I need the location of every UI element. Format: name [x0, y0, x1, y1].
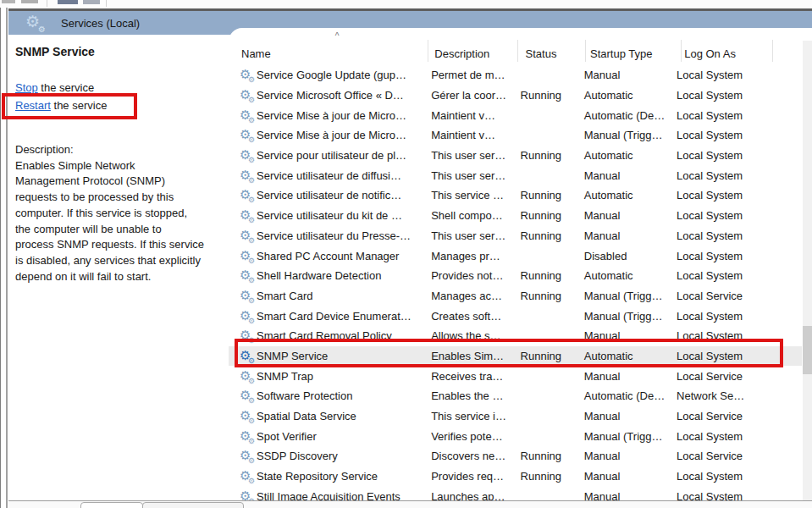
highlight-snmp-row-box [235, 339, 783, 367]
service-log-on-as: Local System [670, 246, 802, 266]
table-row[interactable]: Spatial Data Service This service i… Man… [229, 406, 802, 427]
service-name: Shell Hardware Detection [257, 269, 381, 282]
service-startup-type: Manual [577, 446, 670, 467]
toolbar-button-4[interactable] [83, 0, 100, 4]
service-log-on-as: Local System [670, 105, 802, 125]
table-row[interactable]: State Repository Service Provides req… R… [229, 467, 802, 487]
service-name: Still Image Acquisition Events [257, 490, 400, 500]
service-description: This user ser… [423, 146, 510, 166]
header-separator [681, 40, 682, 62]
service-startup-type: Automatic [577, 266, 670, 286]
service-name: Smart Card [257, 290, 312, 302]
service-gear-icon [240, 469, 254, 483]
service-startup-type: Disabled [577, 246, 670, 266]
table-row[interactable]: Service utilisateur de diffusi… This use… [229, 165, 802, 185]
service-startup-type: Automatic (De… [577, 386, 670, 406]
column-header-name[interactable]: Name [229, 41, 426, 65]
table-row[interactable]: Service pour utilisateur de pl… This use… [229, 146, 802, 166]
column-header-status[interactable]: Status [516, 41, 583, 65]
toolbar-button-1[interactable] [2, 0, 15, 3]
service-description: This user ser… [423, 165, 510, 185]
service-name: Service Mise à jour de Micro… [257, 109, 406, 122]
stop-service-link[interactable]: Stop [15, 81, 38, 94]
header-separator [585, 40, 586, 62]
service-name: SNMP Trap [257, 370, 313, 383]
service-startup-type: Manual [577, 226, 670, 246]
table-row[interactable]: Service utilisateur du Presse-… This use… [229, 226, 802, 246]
toolbar-strip [0, 0, 812, 8]
column-header-log-on-as[interactable]: Log On As [677, 41, 812, 65]
services-list-panel: ^ Name Description Status Startup Type L… [229, 28, 812, 500]
stop-service-line: Stop the service [15, 81, 94, 94]
table-row[interactable]: Service utilisateur de notific… This ser… [229, 185, 802, 206]
service-name: Service utilisateur du Presse-… [257, 229, 411, 242]
service-startup-type: Manual [577, 366, 670, 386]
service-log-on-as: Local System [670, 65, 802, 86]
service-startup-type: Manual (Trigg… [577, 306, 670, 326]
pane-left-border [6, 8, 8, 508]
toolbar-button-3[interactable] [58, 0, 78, 4]
service-startup-type: Manual [577, 486, 670, 500]
service-status: Running [511, 146, 577, 166]
header-separator [428, 40, 428, 62]
service-gear-icon [240, 309, 254, 323]
table-row[interactable]: Service Microsoft Office « D… Gérer la c… [229, 86, 802, 106]
bottom-tab-1[interactable] [80, 502, 143, 508]
service-description: This user ser… [423, 226, 510, 246]
service-startup-type: Manual [577, 467, 670, 487]
table-row[interactable]: Still Image Acquisition Events Launches … [229, 486, 802, 500]
service-name: SSDP Discovery [257, 450, 338, 462]
service-status [511, 105, 577, 125]
service-status: Running [511, 226, 577, 246]
service-gear-icon [240, 289, 254, 303]
service-description: Launches ap… [423, 486, 510, 500]
table-row[interactable]: Spot Verifier Verifies pote… Manual (Tri… [229, 426, 802, 446]
service-name: Service pour utilisateur de pl… [257, 149, 406, 162]
table-row[interactable]: Smart Card Manages ac… Running Manual (T… [229, 286, 802, 306]
bottom-tab-2[interactable] [142, 502, 244, 508]
service-startup-type: Automatic [577, 86, 670, 106]
table-row[interactable]: Smart Card Device Enumerat… Creates soft… [229, 306, 802, 326]
vertical-scrollbar[interactable] [803, 41, 812, 500]
service-gear-icon [240, 429, 254, 444]
service-name: Software Protection [257, 389, 352, 402]
service-name: Service utilisateur de diffusi… [257, 169, 401, 182]
description-text: Enables Simple Network Management Protoc… [15, 158, 229, 285]
service-log-on-as: Network Se… [670, 386, 802, 406]
service-log-on-as: Local System [670, 467, 802, 487]
table-row[interactable]: Shell Hardware Detection Provides not… R… [229, 266, 802, 286]
toolbar-button-2[interactable] [21, 0, 38, 3]
column-header-description[interactable]: Description [426, 41, 515, 65]
services-band-title: Services (Local) [61, 17, 140, 30]
service-status [511, 165, 577, 185]
service-log-on-as: Local System [670, 146, 802, 166]
table-row[interactable]: Service Mise à jour de Micro… Maintient … [229, 105, 802, 125]
toolbar-separator-2 [106, 0, 107, 7]
service-gear-icon [240, 108, 254, 123]
service-status [511, 306, 577, 326]
service-log-on-as: Local System [670, 426, 802, 446]
service-log-on-as: Local Service [670, 406, 802, 427]
service-log-on-as: Local System [670, 266, 802, 286]
table-row[interactable]: Shared PC Account Manager Manages pr… Di… [229, 246, 802, 266]
service-startup-type: Manual [577, 65, 670, 86]
table-row[interactable]: Service Google Update (gup… Permet de m…… [229, 65, 802, 86]
table-row[interactable]: Service Mise à jour de Micro… Maintient … [229, 125, 802, 146]
service-gear-icon [240, 449, 254, 463]
service-log-on-as: Local System [670, 185, 802, 206]
service-gear-icon [240, 409, 254, 423]
column-header-startup-type[interactable]: Startup Type [583, 41, 677, 65]
table-row[interactable]: SSDP Discovery Discovers ne… Running Man… [229, 446, 802, 467]
table-row[interactable]: Software Protection Enables the … Automa… [229, 386, 802, 406]
table-row[interactable]: SNMP Trap Receives tra… Manual Local Ser… [229, 366, 802, 386]
service-description: Manages pr… [423, 246, 510, 266]
scrollbar-thumb[interactable] [803, 326, 812, 374]
service-status: Running [511, 446, 577, 467]
service-status [511, 65, 577, 86]
toolbar-separator-1 [47, 0, 47, 7]
header-separator [772, 40, 773, 62]
window-left-border [0, 8, 1, 508]
service-log-on-as: Local System [670, 486, 802, 500]
table-row[interactable]: Service utilisateur du kit de … Shell co… [229, 206, 802, 226]
service-name: Service Microsoft Office « D… [257, 89, 404, 102]
